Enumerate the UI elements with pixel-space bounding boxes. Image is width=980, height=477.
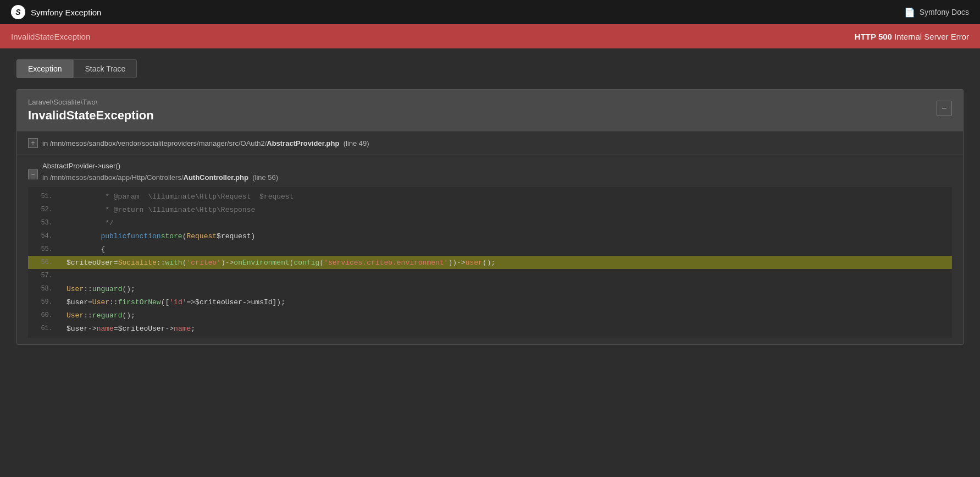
code-block-1: 51. * @param \Illuminate\Http\Request $r…: [28, 187, 952, 338]
docs-icon: 📄: [904, 7, 915, 18]
exception-block: Laravel\Socialite\Two\ InvalidStateExcep…: [16, 89, 964, 345]
tabs: Exception Stack Trace: [16, 59, 964, 78]
trace-toggle-1[interactable]: −: [28, 169, 38, 179]
error-bar: InvalidStateException HTTP 500 Internal …: [0, 24, 980, 48]
trace-path-0: in /mnt/mesos/sandbox/vendor/socialitepr…: [42, 139, 369, 147]
exception-type-label: InvalidStateException: [11, 32, 90, 41]
exception-header: Laravel\Socialite\Two\ InvalidStateExcep…: [17, 90, 963, 131]
exception-info: Laravel\Socialite\Two\ InvalidStateExcep…: [28, 98, 154, 123]
trace-class-name: AbstractProvider: [42, 162, 95, 170]
code-line-57: 57.: [28, 269, 952, 282]
trace-item-0: + in /mnt/mesos/sandbox/vendor/socialite…: [17, 131, 963, 155]
app-title: Symfony Exception: [31, 8, 101, 17]
trace-header-0[interactable]: + in /mnt/mesos/sandbox/vendor/socialite…: [28, 138, 952, 148]
docs-link[interactable]: 📄 Symfony Docs: [904, 7, 969, 18]
top-bar: S Symfony Exception 📄 Symfony Docs: [0, 0, 980, 24]
code-line-55: 55. {: [28, 243, 952, 256]
trace-header-1[interactable]: − AbstractProvider->user() in /mnt/mesos…: [28, 162, 952, 187]
symfony-logo: S: [11, 5, 25, 19]
code-line-61: 61. $user->name = $criteoUser->name;: [28, 322, 952, 335]
logo-letter: S: [15, 8, 20, 17]
exception-class: InvalidStateException: [28, 108, 154, 123]
trace-item-1: − AbstractProvider->user() in /mnt/mesos…: [17, 155, 963, 344]
collapse-icon: −: [942, 103, 946, 113]
trace-file-0: AbstractProvider.php: [267, 139, 339, 147]
http-message: Internal Server Error: [894, 32, 969, 41]
app-title-area: S Symfony Exception: [11, 5, 101, 19]
code-line-54: 54. public function store(Request $reque…: [28, 229, 952, 243]
collapse-button[interactable]: −: [937, 101, 952, 116]
tab-exception[interactable]: Exception: [16, 59, 73, 78]
http-code: HTTP 500: [855, 32, 892, 41]
trace-call-1: AbstractProvider->user(): [42, 162, 278, 170]
trace-path-1: in /mnt/mesos/sandbox/app/Http/Controlle…: [42, 173, 278, 182]
code-line-52: 52. * @return \Illuminate\Http\Response: [28, 203, 952, 216]
trace-toggle-0[interactable]: +: [28, 138, 38, 148]
code-line-56: 56. $criteoUser = Socialite::with('crite…: [28, 256, 952, 269]
trace-file-1: AuthController.php: [184, 173, 248, 182]
code-line-51: 51. * @param \Illuminate\Http\Request $r…: [28, 190, 952, 203]
http-status: HTTP 500 Internal Server Error: [855, 32, 969, 41]
code-line-53: 53. */: [28, 216, 952, 229]
code-line-58: 58. User::unguard();: [28, 282, 952, 295]
tab-stack-trace[interactable]: Stack Trace: [73, 59, 137, 78]
exception-namespace: Laravel\Socialite\Two\: [28, 98, 154, 106]
trace-method-name: user: [102, 162, 115, 170]
docs-label: Symfony Docs: [920, 8, 969, 17]
code-line-60: 60. User::reguard();: [28, 309, 952, 322]
main-content: Exception Stack Trace Laravel\Socialite\…: [0, 48, 980, 356]
code-line-59: 59. $user = User::firstOrNew(['id' => $c…: [28, 295, 952, 309]
